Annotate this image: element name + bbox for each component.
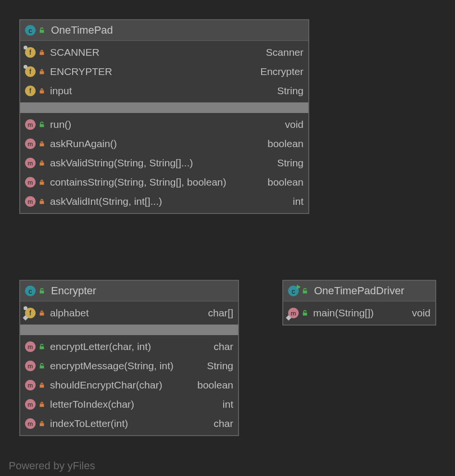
method-icon: m	[25, 341, 36, 352]
method-ret: boolean	[267, 176, 303, 188]
unlock-icon	[38, 121, 45, 128]
method-sig: letterToIndex(char)	[50, 399, 134, 410]
class-box-encrypter[interactable]: c Encrypter f alphabet char[] m encryptL…	[19, 280, 239, 436]
lock-icon	[38, 68, 45, 75]
lock-icon	[38, 140, 45, 147]
method-sig: shouldEncryptChar(char)	[50, 379, 162, 391]
field-row[interactable]: f ENCRYPTER Encrypter	[20, 62, 308, 81]
method-sig: askValidString(String, String[]...)	[50, 157, 193, 169]
method-icon: m	[288, 308, 299, 318]
lock-icon	[38, 88, 45, 94]
field-icon: f	[25, 47, 36, 58]
field-row[interactable]: f alphabet char[]	[20, 303, 238, 323]
class-header[interactable]: c OneTimePadDriver	[283, 281, 435, 301]
method-icon: m	[25, 196, 36, 207]
lock-icon	[38, 420, 45, 427]
field-name: SCANNER	[50, 47, 100, 58]
method-sig: askValidInt(String, int[]...)	[50, 196, 162, 207]
field-row[interactable]: f input String	[20, 81, 308, 100]
lock-icon	[38, 198, 45, 205]
method-icon: m	[25, 380, 36, 390]
unlock-icon	[38, 27, 45, 34]
unlock-icon	[38, 343, 45, 350]
field-type: Scanner	[266, 47, 303, 58]
method-icon: m	[25, 418, 36, 429]
method-row[interactable]: m run() void	[20, 115, 308, 134]
method-row[interactable]: m main(String[]) void	[283, 303, 435, 323]
method-row[interactable]: m encryptLetter(char, int) char	[20, 337, 238, 356]
method-row[interactable]: m containsString(String, String[], boole…	[20, 173, 308, 192]
method-row[interactable]: m indexToLetter(int) char	[20, 414, 238, 433]
lock-icon	[38, 401, 45, 408]
method-ret: void	[285, 119, 303, 130]
field-name: ENCRYPTER	[50, 66, 112, 77]
methods-section: m encryptLetter(char, int) char m encryp…	[20, 335, 238, 435]
runnable-class-icon: c	[288, 286, 299, 296]
unlock-icon	[38, 288, 45, 294]
field-icon: f	[25, 308, 36, 318]
unlock-icon	[302, 288, 308, 294]
field-type: Encrypter	[260, 66, 303, 77]
method-sig: run()	[50, 119, 71, 130]
lock-icon	[38, 179, 45, 186]
method-row[interactable]: m shouldEncryptChar(char) boolean	[20, 376, 238, 395]
class-header[interactable]: c Encrypter	[20, 281, 238, 301]
lock-icon	[38, 160, 45, 166]
field-type: String	[277, 85, 303, 97]
method-sig: askRunAgain()	[50, 138, 117, 150]
method-row[interactable]: m askValidInt(String, int[]...) int	[20, 192, 308, 211]
field-icon: f	[25, 66, 36, 77]
lock-icon	[38, 49, 45, 56]
method-ret: String	[277, 157, 303, 169]
method-sig: encryptLetter(char, int)	[50, 341, 151, 352]
class-name: OneTimePad	[51, 24, 113, 37]
lock-icon	[38, 382, 45, 388]
unlock-icon	[38, 363, 45, 369]
method-ret: boolean	[197, 379, 233, 391]
method-row[interactable]: m askRunAgain() boolean	[20, 134, 308, 153]
field-icon: f	[25, 86, 36, 96]
class-header[interactable]: c OneTimePad	[20, 20, 308, 41]
method-row[interactable]: m letterToIndex(char) int	[20, 395, 238, 414]
class-name: Encrypter	[51, 285, 96, 297]
method-ret: boolean	[267, 138, 303, 150]
method-ret: void	[412, 307, 430, 319]
method-icon: m	[25, 399, 36, 410]
field-name: input	[50, 85, 72, 97]
method-ret: int	[223, 399, 233, 410]
method-sig: encryptMessage(String, int)	[50, 360, 174, 372]
class-name: OneTimePadDriver	[314, 285, 404, 297]
methods-section: m main(String[]) void	[283, 301, 435, 325]
class-box-onetimepaddriver[interactable]: c OneTimePadDriver m main(String[]) void	[282, 280, 436, 326]
class-icon: c	[25, 25, 36, 36]
fields-section: f SCANNER Scanner f ENCRYPTER Encrypter …	[20, 41, 308, 102]
field-type: char[]	[208, 307, 233, 319]
method-row[interactable]: m askValidString(String, String[]...) St…	[20, 153, 308, 173]
method-icon: m	[25, 138, 36, 149]
methods-section: m run() void m askRunAgain() boolean m a…	[20, 113, 308, 213]
method-icon: m	[25, 158, 36, 168]
section-separator	[20, 102, 308, 113]
section-separator	[20, 325, 238, 335]
unlock-icon	[302, 310, 308, 316]
method-sig: indexToLetter(int)	[50, 418, 128, 429]
class-box-onetimepad[interactable]: c OneTimePad f SCANNER Scanner f ENCRYPT…	[19, 19, 309, 214]
method-ret: char	[214, 341, 233, 352]
method-sig: containsString(String, String[], boolean…	[50, 176, 227, 188]
footer-attribution: Powered by yFiles	[9, 460, 95, 472]
method-icon: m	[25, 119, 36, 130]
method-ret: char	[214, 418, 233, 429]
method-icon: m	[25, 361, 36, 371]
field-row[interactable]: f SCANNER Scanner	[20, 43, 308, 62]
method-row[interactable]: m encryptMessage(String, int) String	[20, 356, 238, 376]
method-ret: String	[207, 360, 233, 372]
lock-icon	[38, 310, 45, 316]
fields-section: f alphabet char[]	[20, 301, 238, 325]
method-sig: main(String[])	[313, 307, 374, 319]
field-name: alphabet	[50, 307, 89, 319]
class-icon: c	[25, 286, 36, 296]
method-icon: m	[25, 177, 36, 188]
method-ret: int	[293, 196, 303, 207]
